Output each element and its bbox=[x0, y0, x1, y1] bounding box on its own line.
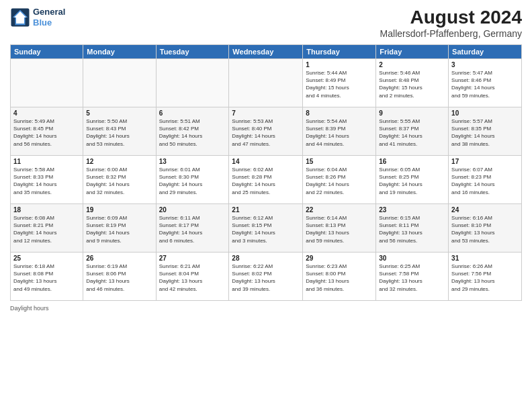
calendar-week-3: 11Sunrise: 5:58 AM Sunset: 8:33 PM Dayli… bbox=[11, 156, 522, 204]
logo-icon bbox=[10, 7, 30, 28]
day-info: Sunrise: 6:14 AM Sunset: 8:13 PM Dayligh… bbox=[306, 214, 373, 244]
col-header-sunday: Sunday bbox=[11, 45, 83, 59]
col-header-tuesday: Tuesday bbox=[156, 45, 229, 59]
page-subtitle: Mallersdorf-Pfaffenberg, Germany bbox=[380, 28, 522, 39]
calendar-week-4: 18Sunrise: 6:08 AM Sunset: 8:21 PM Dayli… bbox=[11, 204, 522, 253]
day-info: Sunrise: 5:44 AM Sunset: 8:49 PM Dayligh… bbox=[306, 69, 373, 99]
calendar-cell: 3Sunrise: 5:47 AM Sunset: 8:46 PM Daylig… bbox=[449, 59, 522, 107]
day-info: Sunrise: 6:00 AM Sunset: 8:32 PM Dayligh… bbox=[86, 166, 152, 196]
day-number: 2 bbox=[379, 61, 445, 68]
day-number: 4 bbox=[13, 109, 80, 117]
day-number: 25 bbox=[13, 255, 80, 262]
calendar-cell: 15Sunrise: 6:04 AM Sunset: 8:26 PM Dayli… bbox=[303, 156, 376, 204]
day-number: 28 bbox=[232, 255, 300, 262]
calendar-cell bbox=[156, 59, 229, 107]
day-info: Sunrise: 6:02 AM Sunset: 8:28 PM Dayligh… bbox=[232, 166, 300, 196]
calendar-week-1: 1Sunrise: 5:44 AM Sunset: 8:49 PM Daylig… bbox=[11, 59, 522, 107]
calendar-cell: 8Sunrise: 5:54 AM Sunset: 8:39 PM Daylig… bbox=[303, 107, 376, 156]
calendar-cell: 12Sunrise: 6:00 AM Sunset: 8:32 PM Dayli… bbox=[83, 156, 156, 204]
calendar-cell: 19Sunrise: 6:09 AM Sunset: 8:19 PM Dayli… bbox=[83, 204, 156, 253]
calendar-cell: 1Sunrise: 5:44 AM Sunset: 8:49 PM Daylig… bbox=[303, 59, 376, 107]
day-info: Sunrise: 5:58 AM Sunset: 8:33 PM Dayligh… bbox=[13, 166, 80, 196]
day-number: 9 bbox=[379, 109, 445, 117]
calendar-cell: 18Sunrise: 6:08 AM Sunset: 8:21 PM Dayli… bbox=[11, 204, 83, 253]
day-info: Sunrise: 6:01 AM Sunset: 8:30 PM Dayligh… bbox=[159, 166, 226, 196]
day-info: Sunrise: 6:11 AM Sunset: 8:17 PM Dayligh… bbox=[159, 214, 226, 244]
calendar-cell: 11Sunrise: 5:58 AM Sunset: 8:33 PM Dayli… bbox=[11, 156, 83, 204]
calendar-cell: 14Sunrise: 6:02 AM Sunset: 8:28 PM Dayli… bbox=[229, 156, 303, 204]
calendar-cell: 7Sunrise: 5:53 AM Sunset: 8:40 PM Daylig… bbox=[229, 107, 303, 156]
day-number: 5 bbox=[86, 109, 152, 117]
title-block: August 2024 Mallersdorf-Pfaffenberg, Ger… bbox=[380, 7, 522, 39]
day-info: Sunrise: 6:19 AM Sunset: 8:06 PM Dayligh… bbox=[86, 263, 152, 293]
day-number: 16 bbox=[379, 158, 445, 165]
logo-line1: General bbox=[33, 7, 65, 17]
page-title: August 2024 bbox=[380, 7, 522, 28]
calendar-cell: 23Sunrise: 6:15 AM Sunset: 8:11 PM Dayli… bbox=[376, 204, 449, 253]
logo-line2: Blue bbox=[33, 17, 65, 28]
calendar-cell: 29Sunrise: 6:23 AM Sunset: 8:00 PM Dayli… bbox=[303, 253, 376, 301]
day-number: 17 bbox=[451, 158, 519, 165]
calendar-cell: 10Sunrise: 5:57 AM Sunset: 8:35 PM Dayli… bbox=[449, 107, 522, 156]
day-info: Sunrise: 6:12 AM Sunset: 8:15 PM Dayligh… bbox=[232, 214, 300, 244]
calendar-cell: 26Sunrise: 6:19 AM Sunset: 8:06 PM Dayli… bbox=[83, 253, 156, 301]
calendar-cell: 30Sunrise: 6:25 AM Sunset: 7:58 PM Dayli… bbox=[376, 253, 449, 301]
day-number: 10 bbox=[451, 109, 519, 117]
calendar-cell bbox=[11, 59, 83, 107]
day-number: 18 bbox=[13, 206, 80, 214]
logo-text: General Blue bbox=[33, 7, 65, 28]
col-header-monday: Monday bbox=[83, 45, 156, 59]
day-info: Sunrise: 5:46 AM Sunset: 8:48 PM Dayligh… bbox=[379, 69, 445, 99]
day-number: 11 bbox=[13, 158, 80, 165]
day-number: 8 bbox=[306, 109, 373, 117]
calendar-cell: 22Sunrise: 6:14 AM Sunset: 8:13 PM Dayli… bbox=[303, 204, 376, 253]
day-info: Sunrise: 5:51 AM Sunset: 8:42 PM Dayligh… bbox=[159, 118, 226, 148]
day-number: 26 bbox=[86, 255, 152, 262]
day-number: 15 bbox=[306, 158, 373, 165]
day-number: 29 bbox=[306, 255, 373, 262]
day-info: Sunrise: 5:49 AM Sunset: 8:45 PM Dayligh… bbox=[13, 118, 80, 148]
col-header-wednesday: Wednesday bbox=[229, 45, 303, 59]
day-number: 27 bbox=[159, 255, 226, 262]
day-info: Sunrise: 5:53 AM Sunset: 8:40 PM Dayligh… bbox=[232, 118, 300, 148]
day-info: Sunrise: 6:18 AM Sunset: 8:08 PM Dayligh… bbox=[13, 263, 80, 293]
calendar-cell bbox=[83, 59, 156, 107]
day-info: Sunrise: 6:08 AM Sunset: 8:21 PM Dayligh… bbox=[13, 214, 80, 244]
day-info: Sunrise: 6:22 AM Sunset: 8:02 PM Dayligh… bbox=[232, 263, 300, 293]
calendar-header-row: SundayMondayTuesdayWednesdayThursdayFrid… bbox=[11, 45, 522, 59]
day-number: 21 bbox=[232, 206, 300, 214]
day-info: Sunrise: 6:26 AM Sunset: 7:56 PM Dayligh… bbox=[451, 263, 519, 293]
calendar-table: SundayMondayTuesdayWednesdayThursdayFrid… bbox=[10, 44, 522, 301]
calendar-cell: 2Sunrise: 5:46 AM Sunset: 8:48 PM Daylig… bbox=[376, 59, 449, 107]
day-number: 7 bbox=[232, 109, 300, 117]
day-info: Sunrise: 5:47 AM Sunset: 8:46 PM Dayligh… bbox=[451, 69, 519, 99]
day-info: Sunrise: 6:21 AM Sunset: 8:04 PM Dayligh… bbox=[159, 263, 226, 293]
col-header-saturday: Saturday bbox=[449, 45, 522, 59]
calendar-cell: 24Sunrise: 6:16 AM Sunset: 8:10 PM Dayli… bbox=[449, 204, 522, 253]
day-info: Sunrise: 6:23 AM Sunset: 8:00 PM Dayligh… bbox=[306, 263, 373, 293]
calendar-cell: 13Sunrise: 6:01 AM Sunset: 8:30 PM Dayli… bbox=[156, 156, 229, 204]
day-info: Sunrise: 6:05 AM Sunset: 8:25 PM Dayligh… bbox=[379, 166, 445, 196]
calendar-cell: 5Sunrise: 5:50 AM Sunset: 8:43 PM Daylig… bbox=[83, 107, 156, 156]
calendar-cell: 25Sunrise: 6:18 AM Sunset: 8:08 PM Dayli… bbox=[11, 253, 83, 301]
calendar-cell bbox=[229, 59, 303, 107]
footer-text: Daylight hours bbox=[10, 305, 49, 312]
day-number: 22 bbox=[306, 206, 373, 214]
header: General Blue August 2024 Mallersdorf-Pfa… bbox=[10, 7, 522, 39]
calendar-cell: 27Sunrise: 6:21 AM Sunset: 8:04 PM Dayli… bbox=[156, 253, 229, 301]
day-info: Sunrise: 6:07 AM Sunset: 8:23 PM Dayligh… bbox=[451, 166, 519, 196]
footer: Daylight hours bbox=[10, 305, 522, 312]
day-number: 1 bbox=[306, 61, 373, 68]
day-number: 14 bbox=[232, 158, 300, 165]
day-number: 12 bbox=[86, 158, 152, 165]
day-number: 3 bbox=[451, 61, 519, 68]
calendar-cell: 9Sunrise: 5:55 AM Sunset: 8:37 PM Daylig… bbox=[376, 107, 449, 156]
logo: General Blue bbox=[10, 7, 65, 28]
calendar-cell: 21Sunrise: 6:12 AM Sunset: 8:15 PM Dayli… bbox=[229, 204, 303, 253]
day-number: 24 bbox=[451, 206, 519, 214]
calendar-cell: 4Sunrise: 5:49 AM Sunset: 8:45 PM Daylig… bbox=[11, 107, 83, 156]
calendar-cell: 31Sunrise: 6:26 AM Sunset: 7:56 PM Dayli… bbox=[449, 253, 522, 301]
calendar-cell: 16Sunrise: 6:05 AM Sunset: 8:25 PM Dayli… bbox=[376, 156, 449, 204]
page: General Blue August 2024 Mallersdorf-Pfa… bbox=[0, 0, 532, 411]
col-header-friday: Friday bbox=[376, 45, 449, 59]
